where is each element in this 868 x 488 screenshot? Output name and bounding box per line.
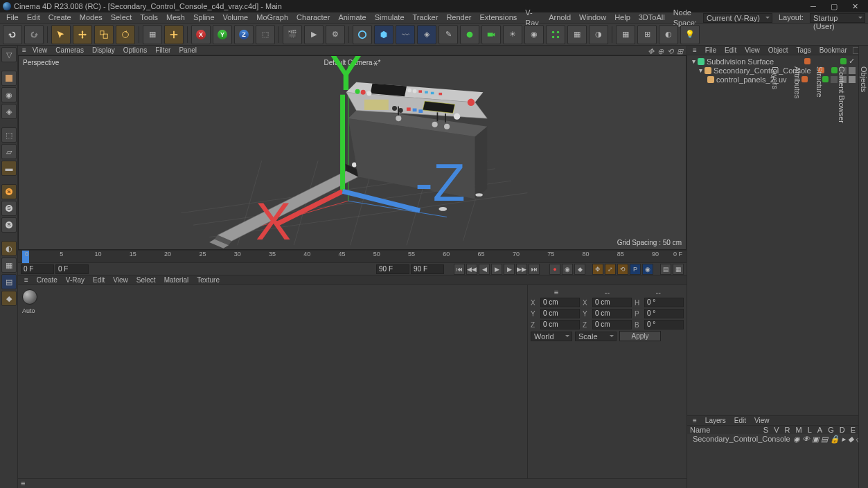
autokey-button[interactable]: ◉ [562, 264, 573, 275]
tab-layers[interactable]: Layers [771, 66, 779, 488]
locked-workplane[interactable]: ◆ [1, 291, 17, 306]
scale-tool[interactable] [94, 25, 114, 44]
tag-icon[interactable] [849, 76, 856, 83]
make-editable[interactable]: ▽ [1, 47, 17, 62]
vp-nav-rotate-icon[interactable]: ⟲ [667, 47, 674, 54]
isoline-mode[interactable]: ▤ [1, 274, 17, 289]
tag-button[interactable]: ◑ [589, 25, 608, 44]
menu-arnold[interactable]: Arnold [545, 12, 574, 23]
key-pla-button[interactable]: ◉ [642, 264, 653, 275]
generator[interactable]: ◈ [417, 25, 436, 44]
layer-gen-icon[interactable]: ◆ [848, 435, 853, 444]
lock-y-axis[interactable]: Y [213, 25, 232, 44]
mm-edit[interactable]: Edit [89, 276, 108, 284]
points-mode[interactable]: ⬚ [1, 127, 17, 143]
key-rot-button[interactable]: ⟲ [617, 264, 628, 275]
render-pv-button[interactable]: ▶ [304, 25, 324, 44]
grid-button[interactable]: ▦ [616, 25, 635, 44]
mm-view[interactable]: View [109, 276, 132, 284]
tweak-mode[interactable]: S [1, 217, 17, 233]
camera-button[interactable] [481, 25, 501, 44]
goto-start-button[interactable]: ⏮ [454, 264, 465, 275]
coord-space-combo[interactable]: World [531, 332, 572, 341]
texture-mode[interactable]: ◉ [1, 87, 17, 102]
vp-menu-cameras[interactable]: Cameras [52, 46, 87, 54]
mm-texture[interactable]: Texture [193, 276, 223, 284]
om-tags[interactable]: Tags [794, 46, 814, 54]
volume-button[interactable]: ▦ [567, 25, 587, 44]
vp-menu-filter[interactable]: Filter [152, 46, 174, 54]
render-settings[interactable]: ⚙ [326, 25, 345, 44]
deformer[interactable]: ✎ [439, 25, 458, 44]
mm-create[interactable]: Create [33, 276, 61, 284]
menu-tools[interactable]: Tools [136, 12, 161, 23]
lp-view[interactable]: View [752, 417, 772, 424]
coord-system[interactable]: ⬚ [256, 25, 275, 44]
menu-file[interactable]: File [3, 12, 22, 23]
vp-menu-options[interactable]: Options [120, 46, 150, 54]
layer-swatch[interactable] [804, 58, 811, 64]
tag-icon[interactable] [849, 67, 856, 74]
range-end-b[interactable]: 90 F [411, 264, 444, 274]
menu-edit[interactable]: Edit [24, 12, 44, 23]
enable-axis[interactable]: S [1, 184, 17, 199]
soft-sel[interactable]: S [1, 201, 17, 216]
vp-menu-display[interactable]: Display [89, 46, 118, 54]
menu-tracker[interactable]: Tracker [409, 12, 442, 23]
menu-render[interactable]: Render [443, 12, 475, 23]
menu-animate[interactable]: Animate [335, 12, 369, 23]
workplane-button[interactable]: ◐ [659, 25, 678, 44]
scene-button[interactable]: ◉ [524, 25, 544, 44]
layout-combo[interactable]: Startup (User) [810, 13, 865, 23]
goto-end-button[interactable]: ⏭ [529, 264, 540, 275]
menu-volume[interactable]: Volume [220, 12, 252, 23]
coord-size-combo[interactable]: Scale [575, 332, 617, 341]
cube-primitive[interactable] [374, 25, 393, 44]
tag-icon[interactable] [831, 76, 838, 83]
range-end-a[interactable]: 90 F [376, 264, 409, 274]
render-view[interactable]: 🎬 [283, 25, 302, 44]
range-start-a[interactable]: 0 F [21, 264, 54, 274]
mm-material[interactable]: Material [161, 276, 193, 284]
edges-mode[interactable]: ▱ [1, 144, 17, 159]
menu-help[interactable]: Help [611, 12, 634, 23]
node-space-combo[interactable]: Current (V-Ray) [703, 13, 772, 23]
timeline-opts-a[interactable]: ▤ [660, 264, 671, 275]
size-z-field[interactable]: 0 cm [592, 320, 632, 329]
tab-attributes[interactable]: Attributes [793, 66, 801, 488]
pos-x-field[interactable]: 0 cm [540, 298, 580, 307]
bulb-button[interactable]: 💡 [680, 25, 700, 44]
vp-menu-panel[interactable]: Panel [175, 46, 200, 54]
range-start-b[interactable]: 0 F [55, 264, 89, 274]
lp-edit[interactable]: Edit [732, 417, 749, 424]
workplane-mode[interactable]: ◈ [1, 104, 17, 119]
visibility-dot[interactable] [840, 58, 847, 64]
menu-3dtoall[interactable]: 3DToAll [635, 12, 668, 23]
vp-menu-view[interactable]: View [29, 46, 51, 54]
recent-tool[interactable]: ▦ [143, 25, 162, 44]
mograph-button[interactable] [546, 25, 565, 44]
spline-primitive[interactable]: 〰 [396, 25, 415, 44]
record-button[interactable]: ● [549, 264, 560, 275]
undo-button[interactable] [3, 25, 22, 44]
rotate-tool[interactable] [116, 25, 135, 44]
xray-mode[interactable]: ▦ [1, 257, 17, 273]
om-file[interactable]: File [702, 46, 719, 54]
move-tool[interactable] [73, 25, 92, 44]
vp-nav-layout-icon[interactable]: ⊞ [677, 47, 684, 54]
keysel-button[interactable]: ◆ [574, 264, 585, 275]
tab-objects[interactable]: Objects [860, 66, 868, 488]
size-y-field[interactable]: 0 cm [592, 309, 632, 318]
rot-b-field[interactable]: 0 ° [644, 320, 684, 329]
timeline-opts-b[interactable]: ▦ [673, 264, 684, 275]
viewport-solo[interactable]: ◐ [1, 241, 17, 256]
prev-key-button[interactable]: ◀◀ [466, 264, 477, 275]
menu-spline[interactable]: Spline [190, 12, 218, 23]
select-tool[interactable] [51, 25, 71, 44]
tab-structure[interactable]: Structure [815, 66, 824, 488]
menu-character[interactable]: Character [293, 12, 333, 23]
om-object[interactable]: Object [765, 46, 791, 54]
om-edit[interactable]: Edit [722, 46, 739, 54]
polygons-mode[interactable]: ▬ [1, 161, 17, 176]
menu-extensions[interactable]: Extensions [476, 12, 520, 23]
